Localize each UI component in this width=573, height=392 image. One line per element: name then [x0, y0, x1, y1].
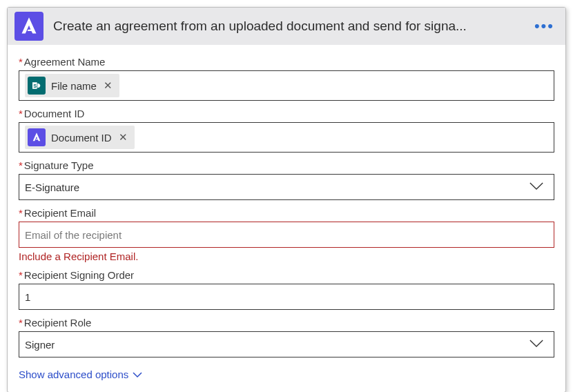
- input-signing-order[interactable]: 1: [19, 284, 554, 310]
- sharepoint-icon: S: [28, 77, 46, 95]
- more-options-button[interactable]: •••: [530, 19, 559, 34]
- input-recipient-email[interactable]: Email of the recipient: [19, 222, 554, 248]
- svg-text:S: S: [33, 83, 37, 89]
- adobe-sign-icon: [14, 12, 43, 41]
- label-signing-order: *Recipient Signing Order: [19, 269, 554, 281]
- adobe-sign-icon: [28, 128, 46, 146]
- advanced-label: Show advanced options: [19, 369, 128, 380]
- label-agreement-name: *Agreement Name: [19, 56, 554, 68]
- error-recipient-email: Include a Recipient Email.: [19, 251, 554, 262]
- token-label: File name: [51, 80, 97, 92]
- card-title: Create an agreement from an uploaded doc…: [53, 19, 521, 34]
- chevron-down-icon: [133, 371, 142, 378]
- token-remove-icon[interactable]: ✕: [117, 131, 129, 144]
- select-value: E-Signature: [25, 182, 79, 193]
- input-value: 1: [25, 291, 30, 303]
- label-document-id: *Document ID: [19, 108, 554, 119]
- card-header: Create an agreement from an uploaded doc…: [8, 8, 565, 45]
- field-agreement-name: *Agreement Name S File name ✕: [19, 56, 554, 101]
- label-signature-type: *Signature Type: [19, 159, 554, 171]
- card-body: *Agreement Name S File name ✕ *Document …: [8, 45, 565, 392]
- token-remove-icon[interactable]: ✕: [102, 79, 114, 92]
- label-recipient-role: *Recipient Role: [19, 317, 554, 329]
- action-card: Create an agreement from an uploaded doc…: [7, 7, 566, 392]
- field-recipient-email: *Recipient Email Email of the recipient …: [19, 207, 554, 262]
- field-signature-type: *Signature Type E-Signature: [19, 159, 554, 200]
- field-signing-order: *Recipient Signing Order 1: [19, 269, 554, 310]
- select-signature-type[interactable]: E-Signature: [19, 174, 554, 200]
- field-document-id: *Document ID Document ID ✕: [19, 108, 554, 153]
- select-recipient-role[interactable]: Signer: [19, 331, 554, 357]
- field-recipient-role: *Recipient Role Signer: [19, 317, 554, 357]
- show-advanced-link[interactable]: Show advanced options: [19, 369, 142, 380]
- token-label: Document ID: [51, 132, 112, 144]
- input-document-id[interactable]: Document ID ✕: [19, 122, 554, 153]
- select-value: Signer: [25, 339, 55, 351]
- chevron-down-icon: [529, 339, 544, 351]
- input-placeholder: Email of the recipient: [25, 229, 122, 241]
- token-file-name[interactable]: S File name ✕: [25, 74, 119, 97]
- label-recipient-email: *Recipient Email: [19, 207, 554, 219]
- input-agreement-name[interactable]: S File name ✕: [19, 70, 554, 101]
- token-document-id[interactable]: Document ID ✕: [25, 126, 135, 149]
- chevron-down-icon: [529, 182, 544, 193]
